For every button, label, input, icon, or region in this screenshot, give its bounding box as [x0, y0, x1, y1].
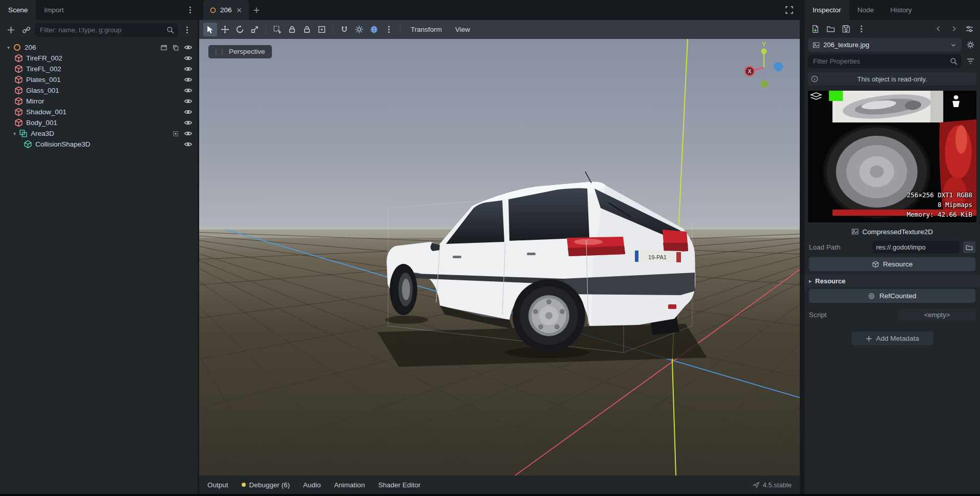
debugger-button[interactable]: Debugger (6) — [242, 481, 290, 489]
node-name: Shadow_001 — [26, 108, 67, 116]
scene-dock-menu-icon[interactable] — [182, 0, 198, 20]
add-node-button[interactable] — [4, 23, 17, 36]
perspective-label: Perspective — [229, 48, 265, 55]
tree-row-collisionshape[interactable]: CollisionShape3D — [0, 139, 198, 150]
browse-path-icon[interactable] — [963, 241, 975, 253]
animation-button[interactable]: Animation — [334, 481, 365, 489]
texture-info-overlay: 256×256 DXT1 RGB8 8 Mipmaps Memory: 42.6… — [907, 190, 972, 219]
tree-row[interactable]: Body_001 — [0, 117, 198, 128]
texture-green-swatch — [829, 91, 843, 101]
view-menu[interactable]: View — [449, 23, 476, 36]
group-icon[interactable] — [315, 23, 329, 36]
resource-expand-button[interactable]: Resource — [809, 257, 975, 271]
cube-icon — [872, 261, 879, 268]
output-button[interactable]: Output — [207, 481, 228, 489]
inspector-menu-icon[interactable] — [855, 23, 867, 35]
3d-viewport[interactable]: 19-PA1 — [199, 39, 800, 476]
scene-tab-206[interactable]: 206 — [203, 0, 249, 20]
tree-row[interactable]: Shadow_001 — [0, 107, 198, 117]
visibility-eye-icon[interactable] — [184, 86, 193, 95]
gizmo-neg-y-ball[interactable] — [761, 80, 768, 88]
preview-sunlight-button[interactable] — [352, 23, 366, 36]
node-name: Glass_001 — [26, 87, 59, 94]
rotate-tool-button[interactable] — [233, 23, 247, 36]
resource-dropdown[interactable]: 206_texture.jpg — [808, 38, 962, 52]
refcounted-expand-button[interactable]: RefCounted — [809, 289, 975, 303]
tree-row[interactable]: TireFL_002 — [0, 64, 198, 74]
property-filter-input[interactable] — [808, 54, 962, 68]
visibility-eye-icon[interactable] — [184, 140, 193, 149]
scene-instance-icon[interactable] — [160, 44, 167, 51]
tab-node[interactable]: Node — [849, 0, 882, 20]
spacer — [72, 0, 182, 20]
tree-row[interactable]: TireFR_002 — [0, 53, 198, 64]
new-scene-tab-button[interactable] — [249, 0, 264, 20]
visibility-eye-icon[interactable] — [184, 75, 193, 84]
load-path-value[interactable]: res://.godot/impo — [872, 241, 960, 254]
move-tool-button[interactable] — [218, 23, 232, 36]
visibility-eye-icon[interactable] — [184, 129, 193, 138]
tree-row[interactable]: Mirror — [0, 96, 198, 107]
tree-row[interactable]: Glass_001 — [0, 85, 198, 96]
main-editor: 206 — [199, 0, 800, 494]
instance-scene-button[interactable] — [19, 23, 33, 36]
scene-filter-input[interactable] — [35, 23, 178, 37]
rear-fog-light — [668, 304, 676, 309]
gizmo-y-ball[interactable] — [761, 49, 767, 54]
gizmo-z-ball[interactable] — [774, 62, 783, 71]
edit-resource-icon[interactable] — [964, 39, 976, 51]
load-resource-folder-icon[interactable] — [824, 23, 837, 35]
tree-row[interactable]: Plates_001 — [0, 74, 198, 85]
collapse-arrow-icon[interactable]: ▾ — [4, 45, 13, 50]
scene-tree-menu-icon[interactable] — [180, 23, 194, 36]
transform-menu[interactable]: Transform — [404, 23, 448, 36]
visibility-eye-icon[interactable] — [184, 54, 193, 63]
select-tool-button[interactable] — [203, 23, 217, 36]
visibility-eye-icon[interactable] — [184, 65, 193, 73]
tab-scene[interactable]: Scene — [0, 0, 36, 20]
view-options-menu-icon[interactable] — [382, 23, 396, 36]
texture-preview[interactable]: 256×256 DXT1 RGB8 8 Mipmaps Memory: 42.6… — [808, 91, 976, 222]
preview-environment-button[interactable] — [367, 23, 381, 36]
close-icon[interactable] — [236, 7, 243, 14]
gizmo-toggle-icon[interactable] — [172, 130, 179, 137]
meshinstance3d-icon — [14, 108, 23, 116]
history-back-icon[interactable] — [932, 23, 945, 35]
object-options-icon[interactable] — [963, 23, 975, 35]
history-forward-icon[interactable] — [948, 23, 960, 35]
add-metadata-button[interactable]: Add Metadata — [851, 332, 933, 345]
visibility-eye-icon[interactable] — [184, 108, 193, 116]
texture-file-icon — [813, 42, 820, 49]
perspective-menu[interactable]: ⋮⋮ Perspective — [208, 45, 272, 58]
save-icon[interactable] — [840, 23, 852, 35]
tab-import[interactable]: Import — [36, 0, 72, 20]
tree-row-area3d[interactable]: ▾ Area3D — [0, 128, 198, 139]
notification-icon[interactable] — [753, 481, 760, 488]
filter-options-icon[interactable] — [964, 55, 976, 68]
shader-editor-button[interactable]: Shader Editor — [378, 481, 421, 489]
script-value-dropdown[interactable]: <empty> — [899, 308, 975, 321]
distraction-free-icon[interactable] — [785, 0, 794, 20]
snap-magnet-icon[interactable] — [337, 23, 351, 36]
collapse-arrow-icon[interactable]: ▾ — [10, 131, 19, 136]
selectable-list-button[interactable] — [270, 23, 284, 36]
audio-button[interactable]: Audio — [303, 481, 321, 489]
new-resource-icon[interactable] — [809, 23, 821, 35]
texture-type-label: CompressedTexture2D — [862, 228, 933, 236]
lock-icon[interactable] — [285, 23, 299, 36]
tab-history[interactable]: History — [882, 0, 920, 20]
resource-section-header[interactable]: ▸ Resource — [804, 275, 980, 287]
scale-tool-button[interactable] — [248, 23, 262, 36]
meshinstance3d-icon — [14, 75, 23, 84]
tree-row-root[interactable]: ▾ 206 — [0, 42, 198, 53]
tab-inspector[interactable]: Inspector — [804, 0, 849, 20]
visibility-eye-icon[interactable] — [184, 118, 193, 127]
copies-icon[interactable] — [172, 44, 179, 51]
meshinstance3d-icon — [14, 65, 23, 73]
visibility-eye-icon[interactable] — [184, 97, 193, 106]
meshinstance3d-icon — [14, 97, 23, 106]
visibility-eye-icon[interactable] — [184, 43, 193, 52]
menu-grip-icon: ⋮⋮ — [213, 48, 225, 55]
orientation-gizmo[interactable]: Y X — [739, 41, 789, 90]
unlock-icon[interactable] — [300, 23, 314, 36]
